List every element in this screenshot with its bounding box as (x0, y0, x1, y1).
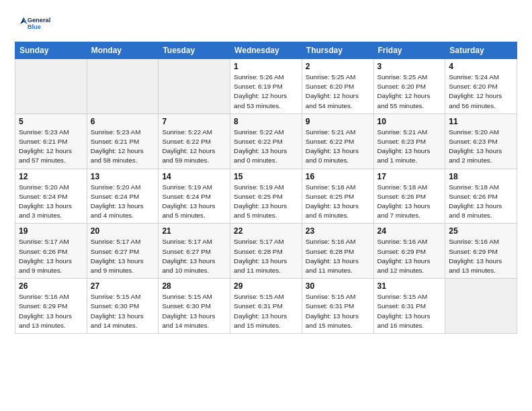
header-friday: Friday (373, 42, 445, 59)
cell-w5-d1: 26Sunrise: 5:16 AMSunset: 6:29 PMDayligh… (15, 279, 87, 334)
day-info: Sunrise: 5:15 AMSunset: 6:31 PMDaylight:… (306, 292, 370, 330)
svg-text:Blue: Blue (28, 24, 41, 30)
cell-w5-d2: 27Sunrise: 5:15 AMSunset: 6:30 PMDayligh… (87, 279, 159, 334)
day-info: Sunrise: 5:16 AMSunset: 6:28 PMDaylight:… (306, 237, 370, 275)
header-saturday: Saturday (445, 42, 517, 59)
cell-w5-d6: 31Sunrise: 5:15 AMSunset: 6:31 PMDayligh… (373, 279, 445, 334)
cell-w2-d4: 8Sunrise: 5:22 AMSunset: 6:22 PMDaylight… (230, 113, 302, 169)
day-number: 24 (378, 226, 442, 236)
day-number: 22 (234, 226, 298, 236)
cell-w1-d3 (159, 59, 230, 114)
cell-w4-d1: 19Sunrise: 5:17 AMSunset: 6:26 PMDayligh… (15, 224, 87, 279)
day-number: 12 (19, 172, 83, 181)
day-info: Sunrise: 5:23 AMSunset: 6:21 PMDaylight:… (19, 128, 83, 166)
header-row: SundayMondayTuesdayWednesdayThursdayFrid… (15, 42, 517, 59)
day-number: 6 (91, 117, 155, 126)
day-info: Sunrise: 5:16 AMSunset: 6:29 PMDaylight:… (378, 237, 442, 275)
day-info: Sunrise: 5:15 AMSunset: 6:31 PMDaylight:… (234, 292, 298, 330)
day-info: Sunrise: 5:25 AMSunset: 6:20 PMDaylight:… (306, 73, 370, 111)
day-info: Sunrise: 5:17 AMSunset: 6:28 PMDaylight:… (234, 237, 298, 275)
cell-w3-d5: 16Sunrise: 5:18 AMSunset: 6:25 PMDayligh… (302, 169, 373, 224)
cell-w1-d6: 3Sunrise: 5:25 AMSunset: 6:20 PMDaylight… (373, 59, 445, 114)
week-row-1: 1Sunrise: 5:26 AMSunset: 6:19 PMDaylight… (15, 59, 517, 114)
day-number: 17 (378, 172, 442, 181)
cell-w2-d7: 11Sunrise: 5:20 AMSunset: 6:23 PMDayligh… (445, 113, 517, 169)
day-info: Sunrise: 5:17 AMSunset: 6:27 PMDaylight:… (91, 237, 155, 275)
day-info: Sunrise: 5:20 AMSunset: 6:24 PMDaylight:… (91, 183, 155, 221)
header-sunday: Sunday (15, 42, 87, 59)
svg-marker-2 (24, 17, 27, 24)
cell-w4-d2: 20Sunrise: 5:17 AMSunset: 6:27 PMDayligh… (87, 224, 159, 279)
day-number: 20 (91, 226, 155, 236)
day-number: 14 (162, 172, 226, 181)
cell-w3-d2: 13Sunrise: 5:20 AMSunset: 6:24 PMDayligh… (87, 169, 159, 224)
header-wednesday: Wednesday (230, 42, 302, 59)
day-number: 4 (449, 62, 513, 71)
cell-w3-d1: 12Sunrise: 5:20 AMSunset: 6:24 PMDayligh… (15, 169, 87, 224)
cell-w2-d6: 10Sunrise: 5:21 AMSunset: 6:23 PMDayligh… (373, 113, 445, 169)
day-info: Sunrise: 5:24 AMSunset: 6:20 PMDaylight:… (449, 73, 513, 111)
cell-w1-d1 (15, 59, 87, 114)
week-row-4: 19Sunrise: 5:17 AMSunset: 6:26 PMDayligh… (15, 224, 517, 279)
day-info: Sunrise: 5:15 AMSunset: 6:31 PMDaylight:… (378, 292, 442, 330)
header-monday: Monday (87, 42, 159, 59)
calendar-table: SundayMondayTuesdayWednesdayThursdayFrid… (15, 42, 517, 334)
day-info: Sunrise: 5:20 AMSunset: 6:23 PMDaylight:… (449, 128, 513, 166)
cell-w2-d2: 6Sunrise: 5:23 AMSunset: 6:21 PMDaylight… (87, 113, 159, 169)
week-row-3: 12Sunrise: 5:20 AMSunset: 6:24 PMDayligh… (15, 169, 517, 224)
day-number: 28 (162, 281, 226, 291)
day-info: Sunrise: 5:18 AMSunset: 6:25 PMDaylight:… (306, 183, 370, 221)
day-info: Sunrise: 5:16 AMSunset: 6:29 PMDaylight:… (19, 292, 83, 330)
day-number: 31 (378, 281, 442, 291)
day-number: 10 (378, 117, 442, 126)
cell-w1-d2 (87, 59, 159, 114)
day-number: 30 (306, 281, 370, 291)
day-number: 15 (234, 172, 298, 181)
day-number: 19 (19, 226, 83, 236)
day-info: Sunrise: 5:23 AMSunset: 6:21 PMDaylight:… (91, 128, 155, 166)
day-number: 8 (234, 117, 298, 126)
cell-w4-d7: 25Sunrise: 5:16 AMSunset: 6:29 PMDayligh… (445, 224, 517, 279)
cell-w4-d3: 21Sunrise: 5:17 AMSunset: 6:27 PMDayligh… (159, 224, 230, 279)
day-number: 16 (306, 172, 370, 181)
day-number: 2 (306, 62, 370, 71)
cell-w5-d4: 29Sunrise: 5:15 AMSunset: 6:31 PMDayligh… (230, 279, 302, 334)
header-tuesday: Tuesday (159, 42, 230, 59)
day-number: 18 (449, 172, 513, 181)
day-info: Sunrise: 5:21 AMSunset: 6:22 PMDaylight:… (306, 128, 370, 166)
day-info: Sunrise: 5:20 AMSunset: 6:24 PMDaylight:… (19, 183, 83, 221)
logo: General Blue (15, 12, 55, 36)
day-info: Sunrise: 5:21 AMSunset: 6:23 PMDaylight:… (378, 128, 442, 166)
day-info: Sunrise: 5:22 AMSunset: 6:22 PMDaylight:… (162, 128, 226, 166)
day-info: Sunrise: 5:18 AMSunset: 6:26 PMDaylight:… (449, 183, 513, 221)
day-number: 21 (162, 226, 226, 236)
day-info: Sunrise: 5:16 AMSunset: 6:29 PMDaylight:… (449, 237, 513, 275)
day-number: 7 (162, 117, 226, 126)
week-row-5: 26Sunrise: 5:16 AMSunset: 6:29 PMDayligh… (15, 279, 517, 334)
day-info: Sunrise: 5:19 AMSunset: 6:25 PMDaylight:… (234, 183, 298, 221)
cell-w3-d4: 15Sunrise: 5:19 AMSunset: 6:25 PMDayligh… (230, 169, 302, 224)
cell-w1-d7: 4Sunrise: 5:24 AMSunset: 6:20 PMDaylight… (445, 59, 517, 114)
day-info: Sunrise: 5:26 AMSunset: 6:19 PMDaylight:… (234, 73, 298, 111)
day-number: 26 (19, 281, 83, 291)
svg-marker-3 (20, 17, 24, 24)
day-number: 11 (449, 117, 513, 126)
day-number: 25 (449, 226, 513, 236)
day-info: Sunrise: 5:15 AMSunset: 6:30 PMDaylight:… (91, 292, 155, 330)
cell-w3-d6: 17Sunrise: 5:18 AMSunset: 6:26 PMDayligh… (373, 169, 445, 224)
day-number: 29 (234, 281, 298, 291)
cell-w4-d4: 22Sunrise: 5:17 AMSunset: 6:28 PMDayligh… (230, 224, 302, 279)
day-info: Sunrise: 5:17 AMSunset: 6:26 PMDaylight:… (19, 237, 83, 275)
header: General Blue (15, 12, 517, 36)
day-number: 3 (378, 62, 442, 71)
day-info: Sunrise: 5:17 AMSunset: 6:27 PMDaylight:… (162, 237, 226, 275)
cell-w2-d1: 5Sunrise: 5:23 AMSunset: 6:21 PMDaylight… (15, 113, 87, 169)
day-number: 5 (19, 117, 83, 126)
cell-w3-d7: 18Sunrise: 5:18 AMSunset: 6:26 PMDayligh… (445, 169, 517, 224)
day-info: Sunrise: 5:19 AMSunset: 6:24 PMDaylight:… (162, 183, 226, 221)
cell-w5-d7 (445, 279, 517, 334)
day-info: Sunrise: 5:25 AMSunset: 6:20 PMDaylight:… (378, 73, 442, 111)
day-number: 23 (306, 226, 370, 236)
cell-w1-d5: 2Sunrise: 5:25 AMSunset: 6:20 PMDaylight… (302, 59, 373, 114)
logo-svg: General Blue (15, 12, 55, 36)
